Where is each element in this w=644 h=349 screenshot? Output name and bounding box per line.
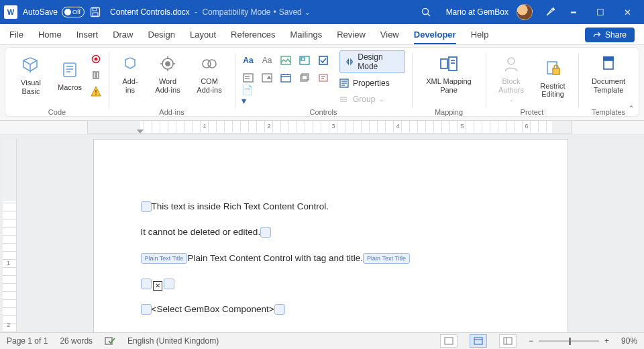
page-indicator[interactable]: Page 1 of 1	[7, 336, 48, 346]
restrict-editing-button[interactable]: Restrict Editing	[534, 55, 572, 99]
autosave-label: AutoSave	[23, 7, 58, 17]
document-title[interactable]: Content Controls.docx - Compatibility Mo…	[110, 7, 310, 17]
search-icon[interactable]	[421, 7, 431, 17]
document-template-button[interactable]: Document Template	[585, 50, 632, 94]
macro-security-icon[interactable]	[90, 85, 102, 97]
web-layout-button[interactable]	[499, 334, 517, 348]
plain-text-cc[interactable]: Plain Text TitlePlain Text Content Contr…	[141, 252, 521, 265]
tab-file[interactable]: File	[9, 26, 23, 44]
dropdown-cc-icon[interactable]	[260, 71, 274, 85]
date-cc-icon[interactable]	[279, 71, 292, 85]
word-count[interactable]: 26 words	[60, 336, 93, 346]
group-code: Visual Basic Macros Code	[5, 48, 109, 120]
user-avatar[interactable]	[517, 4, 533, 20]
maximize-button[interactable]: ☐	[588, 3, 613, 21]
pause-macro-icon[interactable]	[90, 69, 102, 81]
plain-text-cc-icon[interactable]: Aa	[260, 54, 274, 67]
rich-text-cc-icon[interactable]: Aa	[241, 54, 255, 67]
design-mode-button[interactable]: Design Mode	[339, 50, 405, 73]
tab-developer[interactable]: Developer	[414, 26, 456, 44]
svg-rect-48	[441, 59, 447, 68]
xml-mapping-button[interactable]: XML Mapping Pane	[419, 50, 479, 94]
zoom-in-icon[interactable]: +	[604, 336, 609, 346]
checkbox-checked-icon[interactable]	[153, 281, 162, 291]
properties-button[interactable]: Properties	[339, 77, 405, 89]
minimize-button[interactable]: ━	[561, 3, 586, 21]
dropdown-cc[interactable]: <Select GemBox Component>	[141, 303, 521, 316]
addins-button[interactable]: Add- ins	[115, 50, 145, 94]
cc-end-handle-icon[interactable]	[260, 227, 271, 238]
spellcheck-icon[interactable]	[105, 336, 115, 346]
tab-help[interactable]: Help	[471, 26, 489, 44]
cc-end-handle-icon[interactable]	[274, 304, 285, 315]
rich-text-cc-line2[interactable]: It cannot be deleted or edited.	[141, 226, 521, 239]
tab-references[interactable]: References	[231, 26, 275, 44]
addins-icon	[119, 53, 141, 74]
group-mapping: XML Mapping Pane Mapping	[412, 48, 486, 120]
restrict-editing-icon	[542, 58, 564, 79]
combo-cc-icon[interactable]	[241, 71, 255, 85]
cc-start-handle-icon[interactable]	[141, 304, 152, 315]
page-canvas[interactable]: This text is inside Rich Text Content Co…	[93, 139, 568, 332]
tab-mailings[interactable]: Mailings	[290, 26, 323, 44]
record-macro-icon[interactable]	[90, 53, 102, 65]
group-label-controls: Controls	[310, 108, 337, 116]
word-addins-icon	[157, 53, 178, 74]
group-label-mapping: Mapping	[435, 108, 463, 116]
horizontal-ruler[interactable]: 1 2 3 4 5 6	[0, 121, 644, 135]
collapse-ribbon-icon[interactable]: ⌃	[628, 104, 635, 113]
share-button[interactable]: Share	[585, 28, 635, 42]
cc-title-left[interactable]: Plain Text Title	[141, 253, 188, 264]
tab-home[interactable]: Home	[38, 26, 62, 44]
cc-start-handle-icon[interactable]	[141, 201, 152, 212]
indent-marker-icon[interactable]	[137, 130, 144, 134]
mic-icon[interactable]	[545, 7, 555, 17]
macros-button[interactable]: Macros	[54, 56, 86, 92]
toggle-icon: Off	[62, 7, 85, 17]
focus-view-button[interactable]	[440, 334, 458, 348]
legacy-forms-icon[interactable]: 📄▾	[241, 89, 255, 102]
group-label-code: Code	[48, 108, 66, 116]
repeating-cc-icon[interactable]	[298, 71, 311, 85]
checkbox-cc[interactable]	[141, 277, 521, 291]
svg-point-12	[95, 58, 98, 61]
zoom-out-icon[interactable]: −	[529, 336, 533, 346]
group-protect: Block Authors⌄ Restrict Editing Protect	[486, 48, 578, 120]
zoom-level[interactable]: 90%	[614, 336, 637, 346]
save-icon[interactable]	[90, 7, 101, 17]
document-area: 1 2 This text is inside Rich Text Conten…	[0, 135, 644, 332]
menu-tabs: File Home Insert Draw Design Layout Refe…	[0, 24, 644, 45]
zoom-control[interactable]: − + 90%	[529, 336, 637, 346]
legacy-tools-icon[interactable]	[317, 71, 330, 85]
svg-rect-13	[93, 72, 95, 79]
svg-rect-33	[281, 74, 290, 82]
svg-rect-29	[244, 74, 253, 82]
tab-view[interactable]: View	[380, 26, 399, 44]
block-authors-icon	[500, 53, 522, 74]
rich-text-cc[interactable]: This text is inside Rich Text Content Co…	[141, 200, 521, 213]
svg-rect-47	[449, 57, 457, 70]
autosave-toggle[interactable]: AutoSave Off	[23, 7, 85, 17]
svg-rect-53	[553, 68, 559, 74]
checkbox-cc-icon[interactable]	[317, 54, 330, 67]
tab-draw[interactable]: Draw	[113, 26, 133, 44]
tab-insert[interactable]: Insert	[76, 26, 99, 44]
close-button[interactable]: ✕	[614, 3, 640, 21]
cc-start-handle-icon[interactable]	[141, 279, 152, 289]
word-addins-button[interactable]: Word Add-ins	[149, 50, 186, 94]
building-block-cc-icon[interactable]	[298, 54, 311, 67]
print-layout-button[interactable]	[470, 334, 487, 348]
visual-basic-button[interactable]: Visual Basic	[12, 52, 50, 95]
tab-layout[interactable]: Layout	[190, 26, 216, 44]
cc-end-handle-icon[interactable]	[164, 279, 174, 289]
user-name[interactable]: Mario at GemBox	[446, 7, 508, 17]
cc-title-right[interactable]: Plain Text Title	[363, 253, 410, 264]
tab-design[interactable]: Design	[148, 26, 175, 44]
language-indicator[interactable]: English (United Kingdom)	[127, 336, 219, 346]
picture-cc-icon[interactable]	[279, 54, 292, 67]
zoom-slider[interactable]	[539, 340, 599, 342]
com-addins-button[interactable]: COM Add-ins	[191, 50, 228, 94]
vertical-ruler[interactable]: 1 2	[3, 139, 17, 332]
xml-mapping-icon	[438, 53, 460, 74]
tab-review[interactable]: Review	[337, 26, 366, 44]
